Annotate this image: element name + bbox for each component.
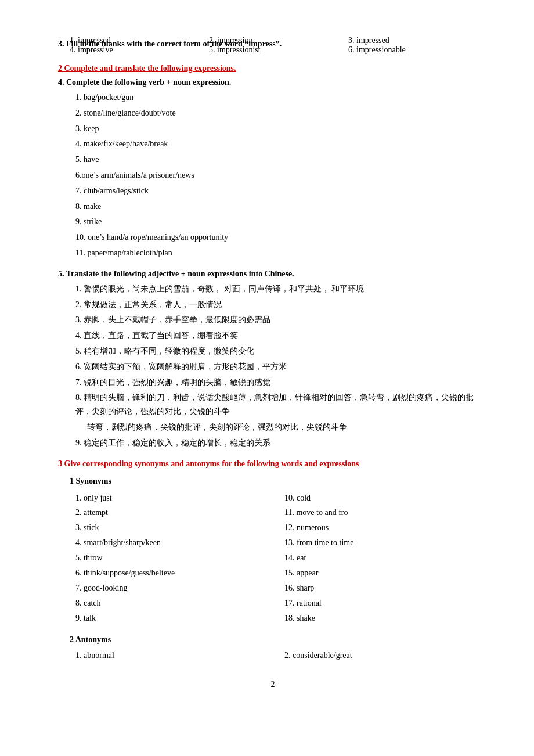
syn-l5: 5. throw	[70, 550, 279, 566]
section2-header: 2 Complete and translate the following e…	[58, 64, 488, 73]
section5-block: 5. Translate the following adjective + n…	[58, 269, 488, 450]
section3-fill: 3. Fill in the blanks with the correct f…	[58, 39, 488, 55]
s4-item-4: 4. make/fix/keep/have/break	[75, 137, 488, 151]
s5-item-8: 8. 精明的头脑，锋利的刀，利齿，说话尖酸岖薄，急剂增加，针锋相对的回答，急转弯…	[75, 391, 488, 419]
antonyms-items: 1. abnormal 2. considerable/great	[70, 648, 488, 663]
syn-r9: 18. shake	[279, 611, 488, 626]
section5-question: 5. Translate the following adjective + n…	[58, 269, 488, 279]
ant-l1: 1. abnormal	[70, 648, 279, 663]
section3-header: 3 Give corresponding synonyms and antony…	[58, 459, 488, 469]
s4-item-6: 6.one’s arm/animals/a prisoner/news	[75, 168, 488, 182]
syn-r3: 12. numerous	[279, 520, 488, 535]
ans-4: 4. impressive	[70, 45, 209, 55]
s5-item-2: 2. 常规做法，正常关系，常人，一般情况	[75, 298, 488, 312]
synonyms-block: 1 Synonyms 1. only just 10. cold 2. atte…	[58, 477, 488, 626]
syn-r2: 11. move to and fro	[279, 505, 488, 520]
antonyms-block: 2 Antonyms 1. abnormal 2. considerable/g…	[58, 635, 488, 663]
syn-r8: 17. rational	[279, 596, 488, 611]
syn-l3: 3. stick	[70, 520, 279, 535]
syn-r6: 15. appear	[279, 566, 488, 581]
s5-item-3: 3. 赤脚，头上不戴帽子，赤手空拳，最低限度的必需品	[75, 313, 488, 327]
s4-item-2: 2. stone/line/glance/doubt/vote	[75, 106, 488, 120]
ans-5: 5. impressionist	[209, 45, 348, 55]
syn-l4: 4. smart/bright/sharp/keen	[70, 535, 279, 550]
ant-r1: 2. considerable/great	[279, 648, 488, 663]
s4-item-5: 5. have	[75, 153, 488, 167]
s4-item-3: 3. keep	[75, 122, 488, 136]
s5-item-1: 1. 警惕的眼光，尚未点上的雪茄，奇数， 对面，同声传译，和平共处， 和平环境	[75, 282, 488, 296]
s5-item-8-cont: 转弯，剧烈的疼痛，尖锐的批评，尖刻的评论，强烈的对比，尖锐的斗争	[87, 420, 488, 434]
syn-r4: 13. from time to time	[279, 535, 488, 550]
s5-item-4: 4. 直线，直路，直截了当的回答，绷着脸不笑	[75, 329, 488, 343]
ans-3: 3. impressed	[348, 36, 488, 45]
synonyms-grid: 1. only just 10. cold 2. attempt 11. mov…	[58, 491, 488, 626]
ans-1: 1. impressed	[70, 36, 209, 45]
s4-item-8: 8. make	[75, 200, 488, 214]
section4-question: 4. Complete the following verb + noun ex…	[58, 78, 488, 87]
s5-item-6: 6. 宽阔结实的下颌，宽阔解释的肘肩，方形的花园，平方米	[75, 360, 488, 374]
ans-2: 2. impression	[209, 36, 348, 45]
s4-item-10: 10. one’s hand/a rope/meanings/an opport…	[75, 231, 488, 244]
antonyms-header: 2 Antonyms	[70, 635, 488, 645]
syn-l2: 2. attempt	[70, 505, 279, 520]
s5-item-7: 7. 锐利的目光，强烈的兴趣，精明的头脑，敏锐的感觉	[75, 376, 488, 390]
syn-l8: 8. catch	[70, 596, 279, 611]
syn-l9: 9. talk	[70, 611, 279, 626]
s4-item-9: 9. strike	[75, 215, 488, 229]
section4-block: 4. Complete the following verb + noun ex…	[58, 78, 488, 260]
s4-item-11: 11. paper/map/tablecloth/plan	[75, 246, 488, 260]
ans-6: 6. impressionable	[348, 45, 488, 55]
s5-item-9: 9. 稳定的工作，稳定的收入，稳定的增长，稳定的关系	[75, 436, 488, 450]
syn-l6: 6. think/suppose/guess/believe	[70, 566, 279, 581]
syn-r5: 14. eat	[279, 550, 488, 566]
s4-item-7: 7. club/arms/legs/stick	[75, 184, 488, 198]
syn-r7: 16. sharp	[279, 581, 488, 596]
syn-r1: 10. cold	[279, 491, 488, 506]
synonyms-header: 1 Synonyms	[70, 477, 488, 486]
s5-item-5: 5. 稍有增加，略有不同，轻微的程度，微笑的变化	[75, 344, 488, 358]
syn-l7: 7. good-looking	[70, 581, 279, 596]
synonyms-items: 1. only just 10. cold 2. attempt 11. mov…	[70, 491, 488, 626]
s4-item-1: 1. bag/pocket/gun	[75, 91, 488, 105]
page-number: 2	[58, 680, 488, 689]
syn-l1: 1. only just	[70, 491, 279, 506]
fill-answers-row1: 1. impressed 2. impression 3. impressed …	[70, 36, 488, 55]
